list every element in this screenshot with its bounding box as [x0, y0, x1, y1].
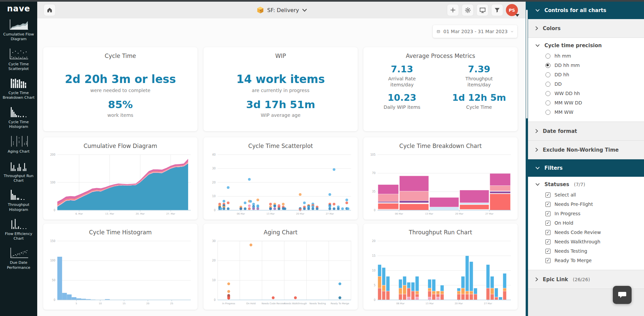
- avatar-caret-icon: [515, 14, 519, 17]
- svg-text:5: 5: [76, 302, 77, 305]
- svg-text:25: 25: [170, 302, 173, 305]
- sidebar-item-throughput-histogram[interactable]: Throughput Histogram: [0, 186, 37, 216]
- section-colors[interactable]: Colors: [528, 19, 644, 38]
- checkbox-needs-walkthrough[interactable]: Needs Walkthrough: [528, 237, 644, 246]
- checkbox-in-progress[interactable]: In Progress: [528, 209, 644, 218]
- checkbox-icon[interactable]: [545, 258, 550, 263]
- cycle-time-scatterplot-icon: [9, 48, 29, 60]
- svg-text:0: 0: [374, 209, 375, 212]
- checkbox-ready-to-merge[interactable]: Ready To Merge: [528, 256, 644, 265]
- checkbox-on-hold[interactable]: On Hold: [528, 218, 644, 228]
- svg-text:50: 50: [52, 279, 55, 282]
- svg-text:105: 105: [370, 153, 375, 156]
- date-range-picker[interactable]: 01 Mar 2023 - 31 Mar 2023: [433, 25, 517, 38]
- cycle-time-breakdown-chart: 0357010506 Mar13 Mar20 Mar27 Mar: [365, 152, 516, 218]
- radio-option-mm-ww[interactable]: MM WW: [528, 107, 644, 117]
- radio-icon[interactable]: [545, 91, 550, 96]
- statuses-header[interactable]: Statuses (7/7): [528, 181, 644, 187]
- svg-text:20 Mar: 20 Mar: [455, 213, 463, 215]
- svg-text:100: 100: [50, 259, 55, 262]
- chevron-down-icon: [535, 9, 540, 12]
- sidebar-item-cycle-time-breakdown-chart[interactable]: Cycle Time Breakdown Chart: [0, 75, 37, 104]
- sidebar-item-flow-efficiency-chart[interactable]: Flow Efficiency Chart: [0, 216, 37, 245]
- radio-icon[interactable]: [545, 54, 550, 59]
- monitor-icon: [479, 7, 486, 13]
- radio-icon[interactable]: [545, 110, 550, 115]
- svg-text:13. Mar: 13. Mar: [105, 213, 114, 215]
- checkbox-select-all[interactable]: Select all: [528, 190, 644, 200]
- checkbox-needs-code-review[interactable]: Needs Code Review: [528, 228, 644, 237]
- chevron-down-icon: [535, 167, 540, 169]
- add-chart-button[interactable]: [447, 4, 459, 16]
- cumulative-flow-diagram-card: Cumulative Flow Diagram 01002006. Mar13.…: [43, 137, 197, 220]
- cycle-time-precision-header[interactable]: Cycle time precision: [528, 43, 644, 49]
- svg-text:On Hold: On Hold: [246, 302, 255, 305]
- checkbox-needs-testing[interactable]: Needs Testing: [528, 246, 644, 256]
- chevron-right-icon: [535, 277, 538, 282]
- svg-text:13 Mar: 13 Mar: [267, 213, 275, 215]
- checkbox-icon[interactable]: [545, 249, 550, 254]
- avatar-initials: PS: [509, 8, 515, 13]
- chart-title: Cycle Time Histogram: [43, 224, 197, 236]
- package-icon: [256, 6, 264, 14]
- checkbox-needs-pre-flight[interactable]: Needs Pre-Flight: [528, 200, 644, 209]
- home-button[interactable]: [44, 4, 56, 16]
- chevron-right-icon: [535, 129, 538, 133]
- svg-text:20: 20: [212, 259, 216, 262]
- chevron-down-icon: [535, 44, 540, 47]
- wip-average-age: 3d 17h 51m: [203, 98, 358, 110]
- checkbox-icon[interactable]: [545, 239, 550, 244]
- checkbox-icon[interactable]: [545, 211, 550, 216]
- metric-cycle-time: 1d 12h 5m Cycle Time: [441, 92, 518, 110]
- section-exclude-non-working-time[interactable]: Exclude Non-Working Time: [528, 141, 644, 159]
- radio-icon[interactable]: [545, 82, 550, 87]
- panel-scrollbar-thumb[interactable]: [526, 10, 528, 118]
- radio-option-dd-hh[interactable]: DD hh: [528, 70, 644, 79]
- filter-button[interactable]: [491, 4, 503, 16]
- cumulative-flow-diagram-chart: 01002006. Mar13. Mar20. Mar27. Mar: [45, 152, 195, 218]
- metrics-grid: 7.13 Arrival Rate items/day 7.39 Through…: [363, 64, 518, 110]
- svg-text:70: 70: [372, 172, 375, 175]
- section-controls-for-all-charts[interactable]: Controls for all charts: [528, 2, 644, 19]
- settings-button[interactable]: [462, 4, 474, 16]
- sidebar-item-cycle-time-scatterplot[interactable]: Cycle Time Scatterplot: [0, 45, 37, 75]
- wip-card: WIP 14 work items are currently in progr…: [203, 47, 358, 131]
- user-avatar[interactable]: PS: [506, 4, 518, 16]
- chat-button[interactable]: [613, 286, 632, 304]
- svg-text:In Progress: In Progress: [222, 302, 235, 305]
- radio-icon[interactable]: [545, 72, 550, 77]
- display-button[interactable]: [476, 4, 488, 16]
- sidebar-item-due-date-performance[interactable]: Due Date Performance: [0, 244, 37, 273]
- cycle-time-percentile: 85%: [43, 98, 197, 110]
- radio-option-ww-dd-hh[interactable]: WW DD hh: [528, 89, 644, 98]
- radio-option-hh-mm[interactable]: hh mm: [528, 51, 644, 61]
- sidebar-item-cumulative-flow-diagram[interactable]: Cumulative Flow Diagram: [0, 16, 37, 45]
- board-selector[interactable]: SF: Delivery: [256, 6, 307, 14]
- aging-chart-icon: [9, 135, 29, 147]
- svg-text:40: 40: [212, 153, 216, 156]
- checkbox-icon[interactable]: [545, 202, 550, 207]
- filter-funnel-icon: [494, 7, 500, 13]
- svg-text:0: 0: [374, 299, 375, 302]
- radio-icon[interactable]: [545, 100, 550, 105]
- panel-scrollbar-track: [526, 2, 528, 316]
- radio-option-dd-hh-mm[interactable]: DD hh mm: [528, 61, 644, 70]
- board-name: SF: Delivery: [267, 7, 299, 13]
- radio-option-dd[interactable]: DD: [528, 79, 644, 89]
- checkbox-icon[interactable]: [545, 192, 550, 198]
- sidebar-item-throughput-run-chart[interactable]: Throughput Run Chart: [0, 158, 37, 187]
- radio-option-mm-ww-dd[interactable]: MM WW DD: [528, 98, 644, 107]
- epic-link-count: (26/26): [573, 277, 590, 282]
- svg-text:06 Mar: 06 Mar: [396, 302, 404, 305]
- section-date-format[interactable]: Date format: [528, 122, 644, 141]
- radio-icon[interactable]: [545, 63, 550, 68]
- section-filters[interactable]: Filters: [528, 159, 644, 177]
- checkbox-icon[interactable]: [545, 230, 550, 235]
- sidebar-item-cycle-time-histogram[interactable]: Cycle Time Histogram: [0, 104, 37, 133]
- svg-text:27. Mar: 27. Mar: [166, 213, 175, 215]
- svg-text:5: 5: [374, 284, 375, 287]
- checkbox-icon[interactable]: [545, 221, 550, 226]
- sidebar-item-aging-chart[interactable]: Aging Chart: [0, 133, 37, 157]
- chart-title: Cumulative Flow Diagram: [43, 137, 197, 149]
- aging-chart-card: Aging Chart 0102030In ProgressOn HoldNee…: [203, 224, 358, 310]
